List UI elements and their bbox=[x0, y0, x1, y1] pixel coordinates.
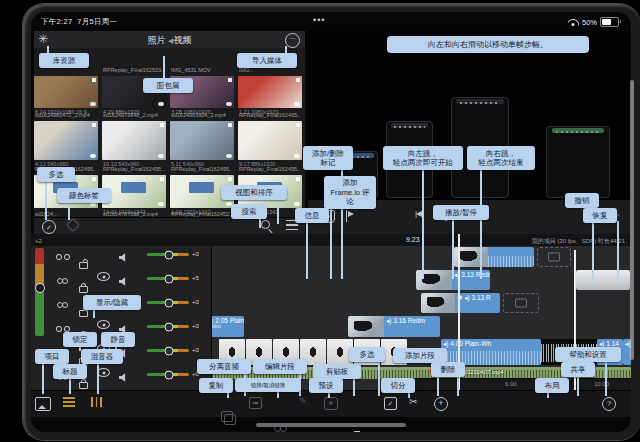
media-item-thumbnail[interactable] bbox=[170, 121, 234, 160]
callout-label: 显示/隐藏 bbox=[83, 295, 141, 310]
timeline-clip[interactable]: ✱ ◂) 3.13 R bbox=[421, 293, 500, 313]
clip-plain[interactable] bbox=[576, 270, 630, 290]
callout-label: 颜色标签 bbox=[57, 188, 111, 203]
callout-stem bbox=[452, 218, 454, 279]
track-gain-slider[interactable] bbox=[147, 277, 189, 280]
breadcrumb-videos[interactable]: 视频 bbox=[173, 35, 191, 45]
audio-mixer-icon[interactable] bbox=[91, 397, 102, 407]
presets-icon[interactable]: ★ bbox=[324, 397, 338, 410]
hd-badge-icon bbox=[92, 78, 96, 82]
ruler-mark: 6.00 bbox=[505, 381, 517, 387]
callout-label: 信息 bbox=[295, 208, 329, 223]
timeline-ruler[interactable]: 6.0010.0012.0014.0018.00 bbox=[393, 378, 631, 390]
mute-track-icon[interactable] bbox=[119, 277, 128, 286]
cloud-download-icon bbox=[158, 102, 164, 106]
media-item-thumbnail[interactable] bbox=[34, 76, 98, 108]
media-item-name: sd1624979848_2.mp4 bbox=[103, 112, 167, 118]
phone-mockup-4 bbox=[546, 126, 610, 198]
callout-label: 标题 bbox=[53, 364, 87, 379]
track-gain-slider[interactable] bbox=[147, 325, 189, 328]
multitask-dots[interactable]: ••• bbox=[313, 15, 325, 25]
callout-label: 共享 bbox=[561, 362, 595, 377]
track-headers-icon[interactable] bbox=[63, 397, 75, 407]
master-volume-slider[interactable] bbox=[35, 248, 44, 336]
transition-placeholder[interactable] bbox=[503, 293, 539, 313]
lock-track-icon[interactable] bbox=[79, 286, 88, 293]
copy-icon[interactable] bbox=[224, 414, 236, 425]
mute-track-icon[interactable] bbox=[119, 373, 128, 382]
callout-label: 帮助和设置 bbox=[555, 347, 621, 362]
detach-audio-icon[interactable] bbox=[249, 397, 262, 409]
callout-label: 切分 bbox=[381, 378, 415, 393]
cloud-download-icon bbox=[158, 202, 164, 206]
jump-left-icon[interactable]: |◀ bbox=[415, 210, 421, 218]
callout-label: 添加片段 bbox=[393, 348, 447, 363]
lock-track-icon[interactable] bbox=[79, 382, 88, 389]
media-item-thumbnail[interactable] bbox=[238, 76, 302, 108]
callout-label: 锁定 bbox=[63, 332, 97, 347]
callout-stem bbox=[330, 207, 332, 279]
media-item-thumbnail[interactable] bbox=[34, 121, 98, 160]
track-gain-slider[interactable] bbox=[147, 253, 189, 256]
track-gain-slider[interactable] bbox=[147, 301, 189, 304]
callout-label: 布局 bbox=[535, 378, 569, 393]
multiselect-circle-icon[interactable]: ✓ bbox=[42, 220, 56, 234]
hd-badge-icon bbox=[228, 78, 232, 82]
preview-frame bbox=[308, 31, 631, 200]
edit-clip-icon[interactable]: ✎ bbox=[299, 397, 307, 406]
lock-track-icon[interactable] bbox=[79, 310, 88, 317]
media-item-thumbnail[interactable] bbox=[238, 121, 302, 160]
callout-stem bbox=[480, 168, 482, 279]
color-tag-icon[interactable] bbox=[66, 218, 80, 232]
app-screen: 下午2:27 7月5日周一 ••• 50% ✳ 照片 ◀视频 ··· 6.24 … bbox=[31, 12, 631, 432]
callout-stem bbox=[45, 180, 47, 220]
breadcrumb-photos[interactable]: 照片 bbox=[148, 35, 166, 45]
callout-stem bbox=[457, 375, 459, 396]
timeline-clip[interactable]: ◂) 3.16 Redm bbox=[348, 316, 440, 337]
multiselect-icon[interactable]: ✓ bbox=[384, 397, 397, 410]
track-header-row: +0 bbox=[31, 247, 211, 269]
project-manager-icon[interactable] bbox=[35, 397, 51, 411]
track-gain-value: +5 bbox=[192, 275, 199, 281]
lock-track-icon[interactable] bbox=[79, 262, 88, 269]
home-indicator[interactable] bbox=[256, 423, 406, 427]
track-gain-slider[interactable] bbox=[147, 373, 189, 376]
split-icon[interactable]: ✂ bbox=[409, 397, 417, 407]
import-media-icon[interactable]: ··· bbox=[285, 33, 300, 48]
media-item-thumbnail[interactable] bbox=[102, 121, 166, 160]
link-clips-icon[interactable] bbox=[57, 278, 69, 285]
callout-stem bbox=[163, 56, 165, 78]
marker-flag-icon[interactable] bbox=[345, 210, 355, 222]
hd-badge-icon bbox=[296, 123, 300, 127]
help-settings-icon[interactable]: ? bbox=[602, 397, 616, 411]
link-clips-icon[interactable] bbox=[57, 302, 69, 309]
callout-label: 视图和排序 bbox=[221, 185, 287, 200]
media-item-name: RPReplay_Final162495.. bbox=[171, 166, 235, 172]
callout-label: 预设 bbox=[309, 378, 343, 393]
hd-badge-icon bbox=[92, 123, 96, 127]
hd-badge-icon bbox=[296, 78, 300, 82]
media-item-thumbnail[interactable] bbox=[102, 175, 166, 208]
callout-label: 库资源 bbox=[39, 53, 89, 68]
callout-label: 添加 Frame.io 评 论 bbox=[324, 176, 376, 209]
media-item-name: RPReplay_Final162495.. bbox=[103, 166, 167, 172]
cloud-download-icon bbox=[226, 154, 232, 158]
add-clip-icon[interactable]: + bbox=[434, 397, 448, 411]
transition-placeholder[interactable] bbox=[537, 247, 571, 267]
timeline-clip[interactable] bbox=[454, 247, 534, 267]
search-icon[interactable] bbox=[260, 220, 273, 233]
track-gain-slider[interactable] bbox=[147, 349, 189, 352]
link-clips-icon[interactable] bbox=[57, 254, 69, 261]
callout-label: 面包屑 bbox=[143, 78, 193, 93]
thumbnail-content-mark bbox=[121, 182, 145, 193]
main-toolbar: ✎★✓✂+? bbox=[31, 390, 631, 417]
callout-stem bbox=[378, 360, 380, 396]
hd-badge-icon bbox=[228, 123, 232, 127]
callout-label: 向左跳， 轻点两次即可开始 bbox=[383, 146, 463, 170]
mute-track-icon[interactable] bbox=[119, 253, 128, 262]
clip-audio-section bbox=[488, 247, 534, 267]
callout-label: 导入媒体 bbox=[237, 53, 297, 68]
library-breadcrumb[interactable]: 照片 ◀视频 bbox=[34, 34, 305, 47]
callout-stem bbox=[306, 221, 308, 279]
cloud-download-icon bbox=[294, 102, 300, 106]
